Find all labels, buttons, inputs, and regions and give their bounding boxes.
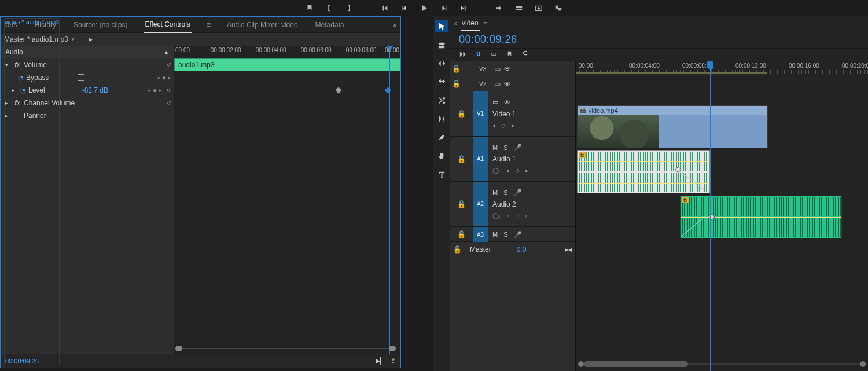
keyframe-dot[interactable] xyxy=(335,87,341,93)
selection-tool-icon[interactable] xyxy=(435,20,448,32)
snap-icon[interactable] xyxy=(475,50,482,60)
video-clip[interactable]: 🎬 video.mp4 xyxy=(577,105,768,148)
target-v2-icon[interactable]: ▭ xyxy=(494,80,501,88)
a1-kf-toggle-icon[interactable]: ◯. xyxy=(492,167,501,174)
effect-clip-bar[interactable]: audio1.mp3 xyxy=(174,58,400,71)
a1-kf-prev-icon[interactable]: ◂ xyxy=(506,167,509,174)
master-collapse-icon[interactable]: ▸◂ xyxy=(565,245,572,254)
a1-kf-next-icon[interactable]: ▸ xyxy=(525,167,528,174)
ripple-edit-tool-icon[interactable] xyxy=(435,57,448,69)
kf-next-level-icon[interactable]: ▸ xyxy=(159,87,162,93)
bypass-checkbox[interactable] xyxy=(78,74,84,81)
a3-tag[interactable]: A3 xyxy=(473,227,488,242)
tab-metadata[interactable]: Metadata xyxy=(314,17,345,32)
pen-tool-icon[interactable] xyxy=(435,131,448,144)
crumb-caret-icon[interactable]: ▾ xyxy=(72,36,75,42)
a2-kf-prev-icon[interactable]: ◂ xyxy=(506,212,509,219)
sequence-tab[interactable]: video xyxy=(461,17,480,31)
in-bracket-icon[interactable] xyxy=(325,3,334,13)
timeline-hscroll[interactable] xyxy=(576,361,868,368)
rate-stretch-tool-icon[interactable] xyxy=(435,75,448,88)
solo-a2[interactable]: S xyxy=(503,189,507,196)
kf-prev-icon[interactable]: ◂ xyxy=(157,75,160,80)
level-value[interactable]: -82.7 dB xyxy=(82,86,108,94)
go-to-in-icon[interactable] xyxy=(380,3,389,13)
eye-v3-icon[interactable]: 👁 xyxy=(504,65,511,73)
eye-v2-icon[interactable]: 👁 xyxy=(504,80,511,88)
track-lanes[interactable]: :00:00 00:00:04:00 00:00:08:00 00:00:12:… xyxy=(576,61,868,371)
slip-tool-icon[interactable] xyxy=(435,112,448,125)
record-a2-icon[interactable]: 🎤 xyxy=(514,189,522,196)
hscroll-cap-right[interactable] xyxy=(860,361,866,367)
reset-level-icon[interactable]: ↺ xyxy=(167,87,171,93)
lock-v2-icon[interactable]: 🔓 xyxy=(452,80,461,88)
master-value[interactable]: 0.0 xyxy=(517,245,527,254)
a2-tag[interactable]: A2 xyxy=(473,182,488,226)
sequence-menu-icon[interactable]: ≡ xyxy=(483,20,487,28)
kf-next-icon[interactable]: ▸ xyxy=(168,75,171,80)
lock-a3-icon[interactable]: 🔓 xyxy=(457,230,466,238)
lock-master-icon[interactable]: 🔓 xyxy=(453,245,462,254)
a2-kf-toggle-icon[interactable]: ◯. xyxy=(492,212,501,219)
tab-audio-mixer[interactable]: Audio Clip Mixer: video xyxy=(226,17,299,32)
export-frame-icon[interactable] xyxy=(534,3,543,13)
audio1-clip[interactable]: fx xyxy=(577,150,710,193)
kf-prev-level-icon[interactable]: ◂ xyxy=(148,87,150,93)
crumb-play-icon[interactable]: ▶ xyxy=(89,36,93,42)
marker-icon[interactable] xyxy=(305,3,314,13)
kf-add-level-icon[interactable]: ◆ xyxy=(153,87,157,93)
a1-tag[interactable]: A1 xyxy=(473,137,488,181)
tab-source[interactable]: Source: (no clips) xyxy=(72,17,128,32)
step-back-icon[interactable] xyxy=(400,3,409,13)
v1-kf-prev-icon[interactable]: ◂ xyxy=(492,122,495,128)
timeline-playhead[interactable] xyxy=(710,61,711,371)
mute-a1[interactable]: M xyxy=(492,144,498,151)
hscroll-cap-left[interactable] xyxy=(578,361,584,367)
marker-opt-icon[interactable] xyxy=(506,50,513,60)
nest-icon[interactable] xyxy=(459,50,466,60)
mute-a3[interactable]: M xyxy=(492,231,498,238)
hand-tool-icon[interactable] xyxy=(435,149,448,162)
a2-kf-next-icon[interactable]: ▸ xyxy=(525,212,528,219)
lock-a1-icon[interactable]: 🔓 xyxy=(457,155,466,163)
mute-a2[interactable]: M xyxy=(492,189,498,196)
export-icon[interactable]: ⇪ xyxy=(391,357,396,365)
target-v3-icon[interactable]: ▭ xyxy=(494,65,501,73)
timeline-timecode[interactable]: 00:00:09:26 xyxy=(459,34,517,46)
effect-ruler[interactable]: 00:00 :00:00:02:00 :00:00:04:00 :00:00:0… xyxy=(174,46,400,58)
tab-effect-controls[interactable]: Effect Controls xyxy=(144,17,191,33)
linked-selection-icon[interactable] xyxy=(490,50,498,60)
tabs-overflow-icon[interactable]: » xyxy=(393,21,397,29)
overwrite-icon[interactable] xyxy=(514,3,524,13)
v2-label[interactable]: V2 xyxy=(479,81,491,87)
play-icon[interactable] xyxy=(420,3,429,13)
effect-timeline[interactable]: 00:00 :00:00:02:00 :00:00:04:00 :00:00:0… xyxy=(174,46,400,354)
v3-label[interactable]: V3 xyxy=(479,66,491,72)
solo-a1[interactable]: S xyxy=(503,144,507,151)
reset-volume-icon[interactable]: ↺ xyxy=(167,62,171,68)
reset-chvol-icon[interactable]: ↺ xyxy=(167,100,171,106)
v1-kf-next-icon[interactable]: ▸ xyxy=(512,122,514,128)
effect-zoom-bar[interactable] xyxy=(175,346,396,352)
zoom-thumb-right[interactable] xyxy=(389,346,396,351)
zoom-thumb-left[interactable] xyxy=(175,346,182,351)
compare-icon[interactable] xyxy=(554,3,563,13)
a1-kf-add-icon[interactable]: ◇ xyxy=(515,167,520,174)
section-collapse-icon[interactable]: ▲ xyxy=(164,49,169,55)
crumb-clip[interactable]: video * audio1.mp3 xyxy=(4,18,60,366)
target-v1-icon[interactable]: ▭ xyxy=(492,98,498,106)
clip-fx-icon[interactable]: 🎬 xyxy=(580,108,586,113)
eye-v1-icon[interactable]: 👁 xyxy=(504,99,510,106)
track-select-tool-icon[interactable] xyxy=(435,38,448,51)
audio2-clip[interactable]: fx xyxy=(680,196,842,238)
record-a1-icon[interactable]: 🎤 xyxy=(514,144,522,151)
sequence-close-icon[interactable]: × xyxy=(453,20,457,28)
lock-v1-icon[interactable]: 🔓 xyxy=(457,110,466,118)
solo-a3[interactable]: S xyxy=(503,231,507,238)
step-fwd-icon[interactable] xyxy=(439,3,448,13)
out-bracket-icon[interactable] xyxy=(344,3,354,13)
settings-icon[interactable] xyxy=(521,50,529,60)
a2-kf-add-icon[interactable]: ◇ xyxy=(515,212,520,219)
v1-kf-add-icon[interactable]: ◇ xyxy=(501,122,506,128)
audio2-fx-badge-icon[interactable]: fx xyxy=(682,197,689,203)
